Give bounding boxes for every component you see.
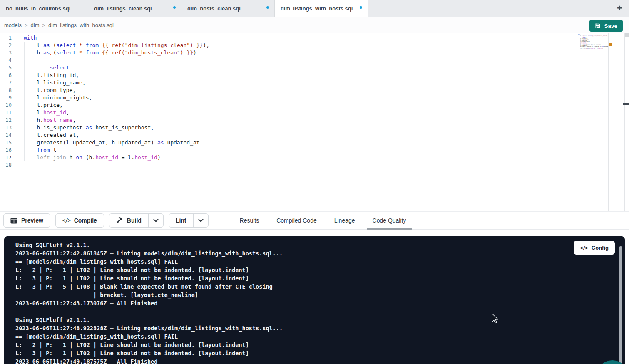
code-line-text: l.listing_id, xyxy=(24,72,79,79)
build-button-label: Build xyxy=(127,217,142,224)
code-line-3[interactable]: 3 h as (select * from {{ ref("dim_hosts_… xyxy=(0,49,209,57)
code-brackets-icon: </> xyxy=(62,218,70,223)
lint-button[interactable]: Lint xyxy=(169,214,193,227)
code-token: ref("dim_hosts_clean") xyxy=(594,35,607,37)
build-dropdown-toggle[interactable] xyxy=(148,214,163,227)
code-token: h xyxy=(24,50,43,56)
code-line-10[interactable]: 10 l.price, xyxy=(0,102,209,109)
code-line-7[interactable]: 7 l.listing_name, xyxy=(0,79,209,87)
code-line-4[interactable]: 4 xyxy=(0,57,209,64)
config-button[interactable]: </> Config xyxy=(574,241,615,255)
chevron-down-icon xyxy=(198,219,204,222)
code-line-6[interactable]: 6 l.listing_id, xyxy=(0,72,209,79)
code-token: from xyxy=(86,42,99,48)
code-line-text: greatest(l.updated_at, h.updated_at) as … xyxy=(24,139,200,146)
terminal-scrollbar-thumb[interactable] xyxy=(619,246,622,364)
save-button[interactable]: Save xyxy=(589,20,623,32)
code-token xyxy=(24,64,50,71)
editor-tab-dim_listings_with_hosts[interactable]: dim_listings_with_hosts.sql xyxy=(275,0,368,17)
code-line-13[interactable]: 13 h.is_superhost as host_is_superhost, xyxy=(0,124,209,131)
result-tab-strip: ResultsCompiled CodeLineageCode Quality xyxy=(231,211,415,230)
lint-output-terminal: Using SQLFluff v2.1.1. 2023-06-06T11:27:… xyxy=(4,236,625,364)
hammer-icon xyxy=(116,217,123,224)
code-token xyxy=(24,147,37,153)
code-token: , xyxy=(72,117,76,123)
code-token: }} xyxy=(184,50,193,56)
code-token: h xyxy=(578,35,582,37)
config-button-label: Config xyxy=(592,245,609,251)
code-line-11[interactable]: 11 l.host_id, xyxy=(0,109,209,116)
code-token: host_id xyxy=(598,48,602,49)
unsaved-changes-dot-icon xyxy=(266,6,269,9)
build-button[interactable]: Build xyxy=(109,214,148,227)
code-line-16[interactable]: 16 from l xyxy=(0,146,209,154)
line-number: 8 xyxy=(0,87,12,94)
code-line-15[interactable]: 15 greatest(l.updated_at, h.updated_at) … xyxy=(0,139,209,146)
line-number: 2 xyxy=(0,42,12,49)
code-token: from xyxy=(86,50,99,56)
code-line-text: left join h on (h.host_id = l.host_id) xyxy=(578,48,603,49)
code-line-2[interactable]: 2 l as (select * from {{ ref("dim_listin… xyxy=(0,42,209,49)
code-line-17[interactable]: 17 left join h on (h.host_id = l.host_id… xyxy=(0,154,209,161)
lint-squiggle xyxy=(50,50,53,56)
code-area[interactable]: 1with2 l as (select * from {{ ref("dim_l… xyxy=(0,34,209,169)
tab-label: dim_hosts_clean.sql xyxy=(187,5,241,12)
code-line-text: h as (select * from {{ ref("dim_hosts_cl… xyxy=(24,49,196,57)
result-tab-lineage[interactable]: Lineage xyxy=(332,211,358,230)
code-token xyxy=(82,42,86,48)
code-line-text: h.host_name, xyxy=(24,116,76,124)
terminal-output-text: Using SQLFluff v2.1.1. 2023-06-06T11:27:… xyxy=(15,241,283,364)
breadcrumb: models>dim>dim_listings_with_hosts.sql xyxy=(4,17,114,33)
compile-button[interactable]: </> Compile xyxy=(55,213,104,228)
result-tab-results[interactable]: Results xyxy=(237,211,262,230)
lint-split-button: Lint xyxy=(169,213,209,228)
line-number: 1 xyxy=(0,34,12,42)
breadcrumb-item[interactable]: models xyxy=(4,22,22,28)
minimap-line: h as (select * from {{ ref("dim_hosts_cl… xyxy=(578,36,608,37)
editor-tab-dim_listings_clean[interactable]: dim_listings_clean.sql xyxy=(88,0,181,17)
code-token: ref("dim_listings_clean") xyxy=(112,42,193,48)
code-token: ) xyxy=(193,50,196,56)
new-tab-button[interactable]: + xyxy=(610,0,629,17)
code-line-18[interactable]: 18 xyxy=(0,161,209,169)
lint-dropdown-toggle[interactable] xyxy=(193,214,208,227)
code-editor[interactable]: 1with2 l as (select * from {{ ref("dim_l… xyxy=(0,33,629,211)
result-tab-code-quality[interactable]: Code Quality xyxy=(370,211,409,230)
breadcrumb-item[interactable]: dim_listings_with_hosts.sql xyxy=(48,22,114,28)
line-number: 5 xyxy=(0,64,12,72)
code-line-text: l.listing_name, xyxy=(24,79,86,87)
code-token: select xyxy=(56,42,76,48)
code-line-text: h.is_superhost as host_is_superhost, xyxy=(24,124,154,131)
code-line-5[interactable]: 5 select xyxy=(0,64,209,72)
minimap-line xyxy=(578,49,608,50)
code-line-12[interactable]: 12 h.host_name, xyxy=(0,116,209,124)
line-number: 14 xyxy=(0,131,12,139)
code-token: select xyxy=(56,50,76,56)
file-header-row: models>dim>dim_listings_with_hosts.sql S… xyxy=(0,17,629,33)
editor-tab-dim_hosts_clean[interactable]: dim_hosts_clean.sql xyxy=(181,0,275,17)
preview-button[interactable]: Preview xyxy=(3,213,50,228)
minimap[interactable]: with l as (select * from {{ ref("dim_lis… xyxy=(578,34,608,209)
code-token: * xyxy=(79,50,82,56)
result-tab-compiled-code[interactable]: Compiled Code xyxy=(274,211,319,230)
code-token: on xyxy=(76,154,82,161)
code-token: host_name xyxy=(43,117,72,123)
code-line-1[interactable]: 1with xyxy=(0,34,209,42)
code-token: l.price, xyxy=(24,102,63,108)
editor-tab-no_nulls_in_columns[interactable]: no_nulls_in_columns.sql xyxy=(0,0,88,17)
code-token: host_id xyxy=(95,154,118,161)
lint-button-label: Lint xyxy=(176,217,186,224)
editor-scrollbar-top-cap xyxy=(625,33,629,37)
line-number: 7 xyxy=(0,79,12,87)
code-token: ) xyxy=(157,154,161,161)
code-token: ( xyxy=(50,42,57,48)
code-line-text: l.host_id, xyxy=(24,109,70,116)
editor-scrollbar-thumb[interactable] xyxy=(623,103,629,105)
breadcrumb-separator-icon: > xyxy=(22,22,31,28)
code-line-8[interactable]: 8 l.room_type, xyxy=(0,87,209,94)
line-number: 18 xyxy=(0,161,12,169)
code-line-9[interactable]: 9 l.minimum_nights, xyxy=(0,94,209,102)
build-split-button: Build xyxy=(109,213,164,228)
breadcrumb-item[interactable]: dim xyxy=(31,22,40,28)
code-line-14[interactable]: 14 l.created_at, xyxy=(0,131,209,139)
